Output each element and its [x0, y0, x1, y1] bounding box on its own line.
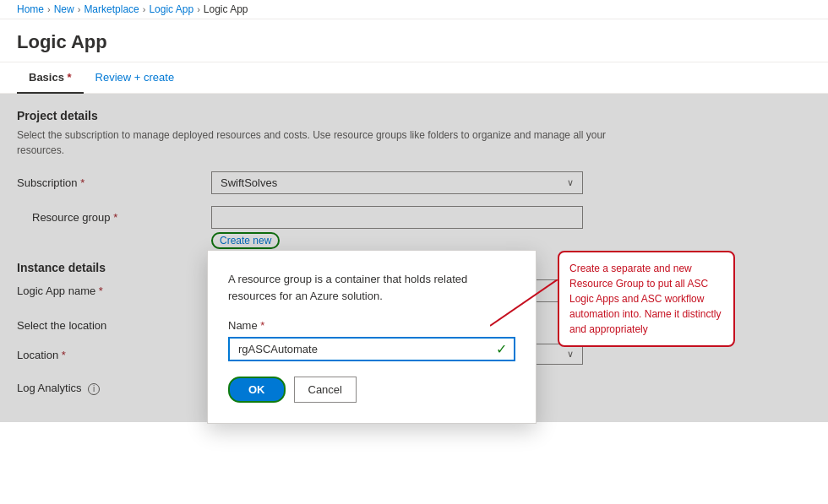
- modal-input-wrap: ✓: [228, 337, 515, 361]
- callout-bubble: Create a separate and new Resource Group…: [558, 251, 735, 347]
- svg-line-0: [490, 279, 558, 326]
- breadcrumb-marketplace[interactable]: Marketplace: [84, 3, 139, 15]
- create-resource-group-modal: A resource group is a container that hol…: [207, 250, 537, 424]
- breadcrumb-sep-4: ›: [197, 4, 200, 14]
- breadcrumb: Home › New › Marketplace › Logic App › L…: [0, 0, 828, 19]
- breadcrumb-logic-app-link[interactable]: Logic App: [149, 3, 193, 15]
- tab-basics[interactable]: Basics *: [17, 62, 84, 94]
- basics-required-star: *: [64, 71, 72, 84]
- tab-review-create[interactable]: Review + create: [84, 62, 187, 94]
- modal-ok-button[interactable]: OK: [228, 377, 286, 403]
- tabs-bar: Basics * Review + create: [0, 62, 828, 94]
- main-content: Project details Select the subscription …: [0, 94, 828, 422]
- breadcrumb-sep-1: ›: [47, 4, 51, 14]
- modal-buttons: OK Cancel: [228, 377, 515, 403]
- modal-cancel-button[interactable]: Cancel: [294, 377, 357, 403]
- input-valid-check-icon: ✓: [489, 341, 514, 357]
- breadcrumb-home[interactable]: Home: [17, 3, 44, 15]
- page-header: Logic App: [0, 19, 828, 62]
- modal-name-label: Name *: [228, 319, 515, 332]
- page-title: Logic App: [17, 31, 811, 53]
- modal-description: A resource group is a container that hol…: [228, 271, 515, 304]
- breadcrumb-new[interactable]: New: [54, 3, 74, 15]
- callout-arrow-icon: [490, 279, 558, 330]
- resource-group-name-input[interactable]: [230, 339, 489, 360]
- breadcrumb-current: Logic App: [204, 3, 248, 15]
- breadcrumb-sep-2: ›: [78, 4, 81, 14]
- breadcrumb-sep-3: ›: [143, 4, 146, 14]
